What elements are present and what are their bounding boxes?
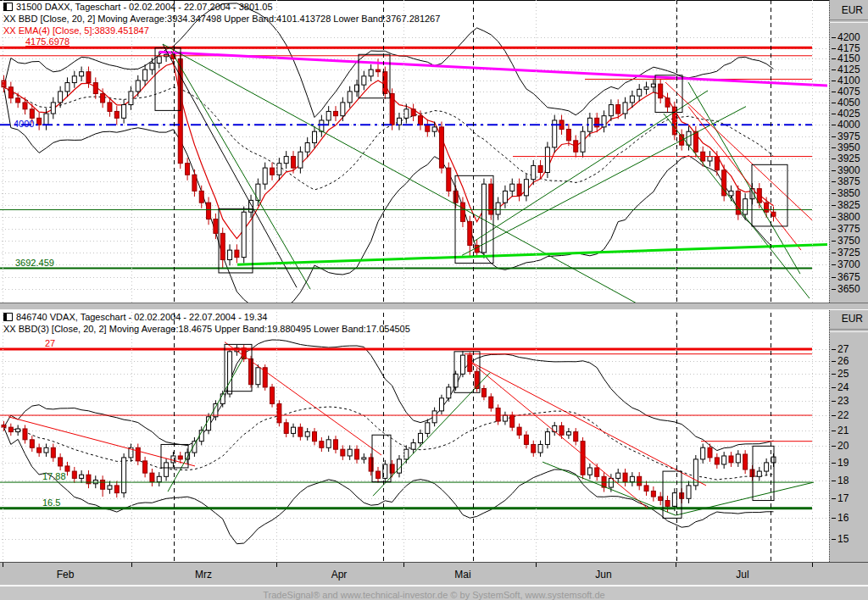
- axis-tick-label: 23: [837, 395, 849, 407]
- axis-tick-mark: [832, 181, 836, 182]
- axis-tick-mark: [832, 289, 836, 290]
- axis-tick-label: 3700: [837, 258, 860, 270]
- axis-tick-label: 3800: [837, 211, 860, 223]
- dax-ema-legend: XX EMA(4) [Close, 5]:3839.451847: [3, 25, 149, 36]
- vdax-panel-plot-area[interactable]: [0, 310, 829, 562]
- price-level-label: 3692.459: [15, 258, 54, 268]
- panel-splitter[interactable]: [0, 303, 868, 310]
- currency-label-bottom: EUR: [842, 313, 863, 325]
- axis-tick-mark: [832, 229, 836, 230]
- axis-tick-label: 3875: [837, 175, 860, 187]
- axis-tick-label: 15: [837, 533, 849, 545]
- axis-tick-label: 3825: [837, 199, 860, 211]
- axis-tick-mark: [832, 48, 836, 49]
- axis-tick-mark: [832, 58, 836, 59]
- axis-tick-label: 3850: [837, 187, 860, 199]
- price-level-label: 16.5: [42, 497, 60, 508]
- axis-tick-mark: [832, 481, 836, 481]
- panel-window-icon[interactable]: [3, 3, 13, 11]
- axis-tick-label: 3650: [837, 283, 860, 295]
- axis-tick-label: 20: [837, 440, 849, 452]
- axis-tick-label: 4000: [837, 119, 860, 131]
- axis-tick-mark: [832, 374, 836, 375]
- axis-tick-label: 4150: [837, 53, 860, 64]
- axis-tick-label: 3925: [837, 153, 860, 164]
- axis-tick-mark: [832, 241, 836, 242]
- axis-tick-mark: [832, 401, 836, 402]
- axis-tick-label: 3775: [837, 223, 860, 235]
- axis-tick-label: 3950: [837, 142, 860, 153]
- month-tick-mark: [676, 563, 676, 567]
- branding-text: TradeSignal® and www.technical-investor.…: [263, 590, 604, 600]
- month-label-feb: Feb: [57, 569, 75, 581]
- price-level-label: 4000: [14, 119, 34, 129]
- axis-tick-mark: [832, 253, 836, 253]
- time-axis[interactable]: FebMrzAprMaiJunJul: [0, 562, 868, 586]
- axis-tick-mark: [832, 193, 836, 194]
- axis-tick-mark: [832, 431, 836, 431]
- axis-tick-label: 4025: [837, 108, 860, 119]
- axis-tick-mark: [832, 92, 836, 92]
- axis-tick-mark: [832, 217, 836, 218]
- axis-tick-label: 4050: [837, 97, 860, 108]
- axis-tick-label: 18: [837, 475, 849, 486]
- price-level-label: 17.88: [42, 471, 66, 481]
- vdax-bollinger-legend: XX BBD(3) [Close, 20, 2] Moving Average:…: [3, 324, 410, 334]
- axis-tick-mark: [832, 539, 836, 540]
- month-tick-mark: [131, 563, 132, 567]
- axis-tick-mark: [832, 136, 836, 137]
- price-level-label: 27: [45, 338, 55, 348]
- axis-tick-label: 21: [837, 425, 849, 436]
- month-label-apr: Apr: [331, 569, 348, 581]
- price-axis[interactable]: EUR EUR 42004175415041254100407540504025…: [829, 0, 868, 562]
- axis-tick-mark: [832, 349, 836, 350]
- axis-tick-mark: [832, 498, 836, 499]
- month-tick-mark: [276, 563, 277, 567]
- axis-tick-mark: [832, 387, 836, 388]
- axis-tick-mark: [832, 170, 836, 171]
- axis-tick-mark: [832, 69, 836, 70]
- axis-tick-mark: [832, 114, 836, 114]
- month-tick-mark: [536, 563, 537, 567]
- dax-panel-title: 31500 DAXX, Tageschart - 02.02.2004 - 22…: [3, 2, 273, 12]
- axis-tick-label: 16: [837, 512, 849, 524]
- axis-tick-mark: [832, 518, 836, 519]
- axis-tick-label: 4125: [837, 64, 860, 75]
- axis-tick-mark: [832, 147, 836, 148]
- month-label-jun: Jun: [595, 569, 611, 581]
- axis-tick-mark: [832, 415, 836, 416]
- status-bar: TradeSignal® and www.technical-investor.…: [0, 586, 868, 600]
- axis-tick-label: 4100: [837, 75, 860, 86]
- axis-tick-label: 3900: [837, 164, 860, 176]
- dax-panel-plot-area[interactable]: [0, 0, 829, 303]
- axis-separator: [830, 329, 868, 332]
- currency-label-top: EUR: [842, 4, 863, 16]
- axis-tick-label: 4200: [837, 31, 860, 43]
- axis-tick-mark: [832, 125, 836, 125]
- axis-tick-mark: [832, 205, 836, 206]
- dax-bollinger-legend: XX BBD [Close, 20, 2] Moving Average:393…: [3, 14, 440, 24]
- axis-tick-mark: [832, 463, 836, 464]
- month-tick-mark: [403, 563, 404, 567]
- month-label-mrz: Mrz: [195, 569, 212, 581]
- axis-tick-mark: [832, 81, 836, 81]
- axis-tick-label: 22: [837, 409, 849, 421]
- axis-tick-label: 4075: [837, 86, 860, 97]
- axis-tick-mark: [832, 361, 836, 362]
- axis-separator: [830, 19, 868, 23]
- axis-tick-mark: [832, 103, 836, 103]
- axis-tick-mark: [832, 264, 836, 265]
- axis-tick-mark: [832, 37, 836, 38]
- axis-tick-label: 24: [837, 381, 849, 393]
- axis-tick-label: 3750: [837, 235, 860, 247]
- axis-tick-mark: [832, 158, 836, 159]
- trading-app-window: 31500 DAXX, Tageschart - 02.02.2004 - 22…: [0, 0, 868, 600]
- panel-window-icon[interactable]: [3, 313, 13, 321]
- axis-tick-mark: [832, 277, 836, 278]
- month-tick-mark: [3, 563, 3, 567]
- price-level-label: 4175.6978: [25, 36, 70, 47]
- axis-tick-label: 19: [837, 457, 849, 469]
- axis-tick-label: 26: [837, 355, 849, 367]
- axis-tick-label: 3725: [837, 247, 860, 258]
- axis-tick-label: 27: [837, 343, 849, 355]
